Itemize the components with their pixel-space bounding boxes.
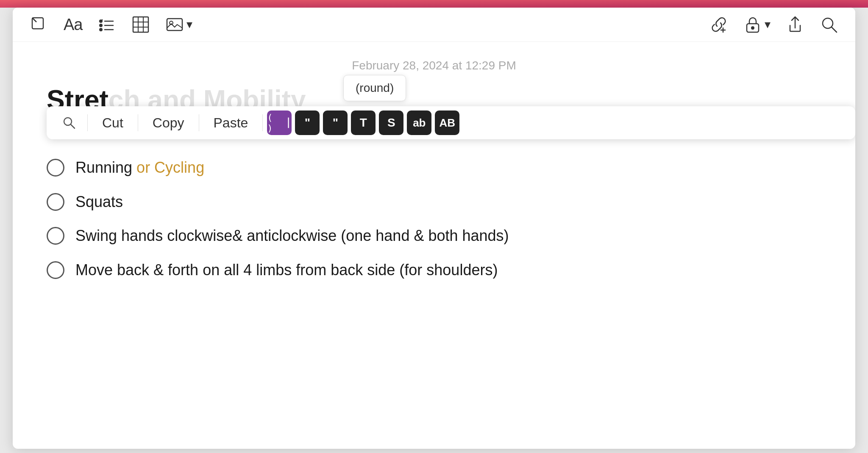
list-item: Squats	[47, 191, 821, 213]
copy-button[interactable]: Copy	[141, 112, 196, 134]
svg-point-18	[751, 27, 754, 29]
separator-2	[138, 114, 138, 131]
svg-line-20	[832, 27, 837, 32]
ab-label: ab	[413, 116, 426, 130]
svg-point-6	[100, 28, 102, 31]
separator-1	[87, 114, 88, 131]
context-toolbar: Cut Copy Paste ( ) "	[47, 106, 855, 139]
round-tooltip: (round)	[343, 75, 406, 101]
edit-icon[interactable]	[30, 15, 48, 34]
top-bar	[0, 0, 868, 8]
content-area: February 28, 2024 at 12:29 PM Stretch an…	[13, 42, 855, 449]
share-icon[interactable]	[786, 15, 804, 34]
paste-button[interactable]: Paste	[202, 112, 260, 134]
radio-button-3[interactable]	[47, 227, 64, 245]
svg-rect-8	[133, 17, 148, 32]
highlight-text-1: or Cycling	[136, 159, 204, 176]
document-date: February 28, 2024 at 12:29 PM	[47, 42, 821, 85]
ab-format-button[interactable]: ab	[407, 110, 431, 135]
svg-rect-13	[167, 19, 182, 30]
toolbar-right: ▾	[709, 15, 838, 34]
radio-button-1[interactable]	[47, 159, 64, 177]
t-label: T	[360, 116, 367, 130]
toolbar: Aa	[13, 8, 855, 42]
t-format-button[interactable]: T	[351, 110, 376, 135]
radio-button-4[interactable]	[47, 261, 64, 279]
radio-button-2[interactable]	[47, 193, 64, 211]
font-size-button[interactable]: Aa	[64, 17, 82, 33]
round-parens-label: ( )	[267, 112, 292, 133]
s-format-button[interactable]: S	[379, 110, 403, 135]
list-item: Running or Cycling	[47, 157, 821, 178]
svg-point-4	[100, 24, 102, 27]
item-text-3: Swing hands clockwise& anticlockwise (on…	[75, 225, 821, 246]
AB-format-button[interactable]: AB	[435, 110, 459, 135]
table-icon[interactable]	[131, 15, 150, 34]
round-parens-button[interactable]: ( )	[267, 110, 292, 135]
svg-line-22	[71, 124, 75, 128]
close-quote-button[interactable]: "	[323, 110, 348, 135]
list-item: Swing hands clockwise& anticlockwise (on…	[47, 225, 821, 246]
cut-button[interactable]: Cut	[90, 112, 135, 134]
search-icon[interactable]	[820, 15, 838, 34]
item-text-1: Running or Cycling	[75, 157, 821, 178]
media-icon[interactable]: ▾	[165, 15, 192, 34]
svg-line-1	[32, 18, 36, 22]
open-quote-label: "	[305, 116, 310, 130]
app-window: Aa	[13, 8, 855, 449]
item-text-2: Squats	[75, 191, 821, 213]
link-add-icon[interactable]	[709, 15, 728, 34]
list-item: Move back & forth on all 4 limbs from ba…	[47, 260, 821, 281]
separator-3	[199, 114, 199, 131]
context-search-icon[interactable]	[53, 116, 85, 130]
open-quote-button[interactable]: "	[295, 110, 320, 135]
checklist-icon[interactable]	[97, 15, 116, 34]
list-items: Running or Cycling Squats Swing hands cl…	[47, 157, 821, 281]
close-quote-label: "	[333, 116, 338, 130]
separator-4	[262, 114, 263, 131]
item-text-4: Move back & forth on all 4 limbs from ba…	[75, 260, 821, 281]
lock-icon[interactable]: ▾	[743, 15, 771, 34]
AB-label: AB	[440, 116, 456, 130]
s-label: S	[387, 116, 395, 130]
